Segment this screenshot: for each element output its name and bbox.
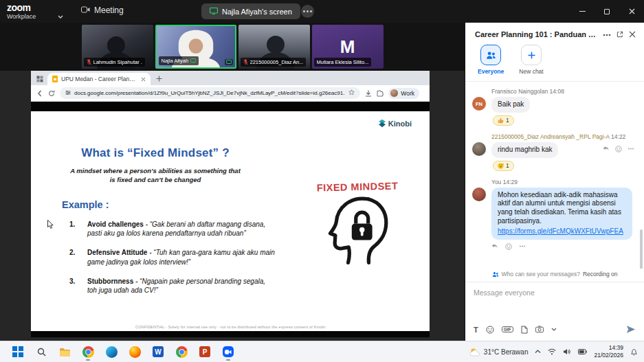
browser-profile-chip[interactable]: Work: [388, 88, 419, 99]
weather-widget[interactable]: 31°C Berawan: [469, 348, 529, 357]
chrome-profile-button[interactable]: [173, 343, 190, 361]
download-icon[interactable]: [365, 90, 372, 97]
chat-scrollbar-thumb[interactable]: [640, 229, 643, 269]
tab-everyone[interactable]: Everyone: [478, 45, 504, 75]
word-icon: W: [153, 346, 164, 357]
taskbar-app-icons: W P: [9, 343, 237, 361]
extensions-icon[interactable]: [377, 90, 384, 97]
new-tab-button[interactable]: [156, 76, 162, 82]
chrome-icon: [176, 346, 188, 358]
chat-close-icon[interactable]: [629, 31, 636, 38]
start-button[interactable]: [9, 343, 27, 361]
meeting-icon: [81, 5, 90, 15]
ellipsis-icon: [307, 10, 309, 12]
tab-shared-screen[interactable]: Najla Afiyah's screen: [201, 3, 300, 19]
reply-icon[interactable]: [603, 146, 610, 152]
edge-icon: [106, 346, 118, 358]
message-input[interactable]: [465, 282, 644, 297]
participant-name: Najla Afiyah: [162, 58, 189, 64]
emoji-icon[interactable]: [486, 326, 494, 334]
file-explorer-button[interactable]: [56, 343, 74, 361]
video-tile-najla-active-speaker[interactable]: Najla Afiyah: [155, 25, 236, 69]
compose-toolbar: T GIF: [465, 325, 644, 341]
shared-browser-window: UPU Medan - Career Plannin...: [31, 71, 430, 337]
tab-options-button[interactable]: [301, 5, 314, 18]
gif-icon[interactable]: GIF: [502, 326, 513, 332]
participant-name-badge: Mutiara Eklesia Silito...: [314, 58, 372, 67]
browser-content: Kinobi What is “Fixed Mindset” ? A minds…: [31, 102, 430, 337]
reaction-count: 1: [506, 162, 509, 169]
message-bubble: rindu maghrib kak: [491, 142, 558, 158]
more-icon[interactable]: [628, 148, 634, 150]
chevron-down-icon[interactable]: [58, 9, 63, 21]
new-chat-button[interactable]: New chat: [519, 45, 543, 75]
logo-zoom-text: zoom: [7, 3, 36, 12]
close-button[interactable]: [619, 0, 644, 23]
item-lead: Defensive Attitude: [87, 249, 147, 256]
maximize-button[interactable]: [595, 0, 619, 23]
mic-muted-icon: [87, 59, 91, 65]
powerpoint-icon: P: [199, 346, 210, 357]
zoom-app-icon: [223, 346, 234, 357]
volume-icon[interactable]: [563, 348, 571, 355]
tab-search-icon[interactable]: [36, 76, 43, 82]
firefox-button[interactable]: [126, 343, 144, 361]
forms-link[interactable]: https://forms.gle/dFcMQkWXFtUVwpFEA: [498, 227, 623, 236]
tab-meeting[interactable]: Meeting: [81, 5, 124, 15]
minimize-button[interactable]: [570, 0, 595, 23]
chat-message-list[interactable]: FN Fransisco Nainggolan 14:08 Baik pak 1…: [465, 82, 644, 269]
clock-date: 21/02/2026: [594, 352, 623, 359]
message-actions: [491, 243, 636, 250]
tray-chevron-up-icon[interactable]: [535, 350, 541, 354]
wifi-icon[interactable]: [548, 348, 556, 355]
video-tile-lahmudin[interactable]: Lahmudin Sipahutar .: [82, 25, 153, 69]
site-info-icon[interactable]: [65, 90, 71, 97]
send-button[interactable]: [626, 325, 636, 334]
video-tile-mutiara[interactable]: M Mutiara Eklesia Silito...: [312, 25, 384, 69]
chat-more-icon[interactable]: [603, 33, 611, 36]
reaction-chip[interactable]: 1: [493, 115, 514, 126]
close-icon: [629, 8, 635, 14]
address-bar[interactable]: docs.google.com/presentation/d/1Zf9u_UrQ…: [60, 87, 360, 99]
powerpoint-button[interactable]: P: [196, 343, 214, 361]
reply-icon[interactable]: [491, 243, 498, 249]
more-icon[interactable]: [519, 245, 526, 247]
bookmark-star-icon[interactable]: [348, 89, 355, 97]
tab-close-icon[interactable]: [141, 77, 146, 82]
search-button[interactable]: [32, 343, 50, 361]
video-tile-diaz[interactable]: 2215000005_Diaz An...: [238, 25, 310, 69]
add-reaction-icon[interactable]: [615, 146, 622, 152]
chrome-button[interactable]: [79, 343, 97, 361]
participant-name-badge: Lahmudin Sipahutar .: [84, 58, 145, 67]
mic-muted-icon: [243, 59, 248, 65]
avatar: FN: [472, 97, 486, 111]
battery-icon[interactable]: [578, 349, 587, 354]
text-format-icon[interactable]: T: [474, 326, 478, 334]
message-author: 2215000005_Diaz Andreansyah _RPL Pagi-A: [491, 133, 610, 140]
notification-bell-icon[interactable]: [630, 348, 638, 356]
chevron-down-icon[interactable]: [551, 328, 557, 331]
privacy-question[interactable]: Who can see your messages?: [502, 271, 580, 278]
word-button[interactable]: W: [149, 343, 167, 361]
attach-file-icon[interactable]: [521, 326, 528, 334]
chrome-icon: [82, 346, 94, 358]
participant-name-badge: 2215000005_Diaz An...: [241, 58, 307, 67]
reaction-chip[interactable]: 1: [493, 161, 514, 171]
browser-tab-slides[interactable]: UPU Medan - Career Plannin...: [47, 73, 151, 85]
shared-screen-label: Najla Afiyah's screen: [222, 8, 292, 16]
refresh-icon[interactable]: [48, 90, 55, 97]
weather-sun-cloud-icon: [469, 348, 480, 357]
chat-privacy-note: Who can see your messages? Recording on: [465, 269, 644, 282]
firefox-icon: [129, 346, 141, 358]
taskbar-clock[interactable]: 14:39 21/02/2026: [594, 344, 623, 359]
kinobi-logo: Kinobi: [379, 119, 412, 128]
edge-button[interactable]: [102, 343, 120, 361]
screenshot-icon[interactable]: [535, 326, 544, 333]
add-reaction-icon[interactable]: [505, 243, 512, 250]
zoom-button[interactable]: [219, 343, 237, 361]
browser-tab-title: UPU Medan - Career Plannin...: [61, 76, 137, 82]
list-item: 3. Stubbornness - “Ngapain pake personal…: [69, 277, 276, 295]
pop-out-icon[interactable]: [617, 31, 623, 38]
weather-text: 31°C Berawan: [484, 348, 529, 356]
back-icon[interactable]: [36, 90, 43, 97]
